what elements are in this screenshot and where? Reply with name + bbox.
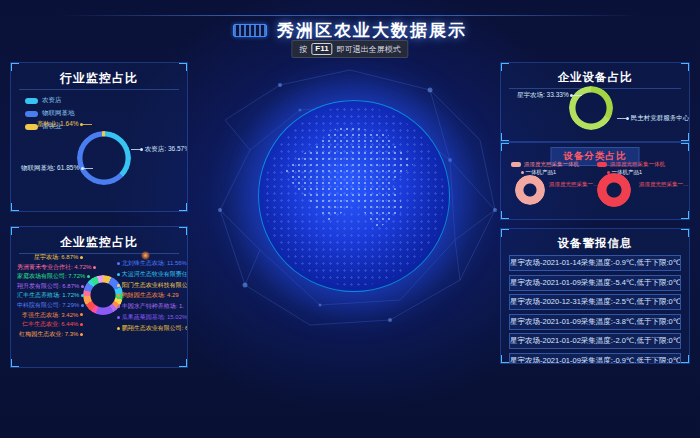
dashboard: 秀洲区农业大数据展示 按 F11 即可退出全屏模式 行业监控占比 农资店 物联网… bbox=[0, 0, 700, 438]
panel-title: 企业监控占比 bbox=[11, 227, 187, 256]
legend-label: 农资店 bbox=[42, 96, 62, 105]
panel-title: 行业监控占比 bbox=[11, 63, 187, 92]
legend-item[interactable]: 物联网基地 bbox=[25, 109, 75, 118]
alarm-row: 星宇农场-2020-12-31采集温度:-2.5℃,低于下限:0℃ bbox=[509, 294, 681, 310]
chart-label-right: 民主村党群服务中心: bbox=[617, 115, 690, 122]
chart-label-store: 农资店: 36.57% bbox=[131, 146, 188, 153]
alarm-row: 星宇农场-2021-01-09采集温度:-3.8℃,低于下限:0℃ bbox=[509, 314, 681, 330]
title-underline bbox=[19, 89, 179, 90]
chart-label: 北刘锋生态农场: 11.56% bbox=[117, 260, 188, 266]
fullscreen-hint: 按 F11 即可退出全屏模式 bbox=[291, 40, 408, 58]
chart-label: 鸭姐园生态农场: 4.29 bbox=[117, 292, 188, 298]
chart-label: 大运河生态牧业有限责任公 bbox=[117, 271, 188, 277]
legend-swatch bbox=[25, 98, 38, 104]
enterprise-right-labels: 北刘锋生态农场: 11.56% 大运河生态牧业有限责任公 阳门生态农业科技有限公… bbox=[117, 260, 188, 336]
chart-label: 翔升发有限公司: 6.87% bbox=[17, 283, 83, 289]
header-divider bbox=[60, 15, 640, 16]
globe[interactable] bbox=[258, 100, 450, 292]
chart-label: 汇丰生态养殖场: 1.72% bbox=[17, 292, 83, 298]
panel-title: 设备警报信息 bbox=[501, 229, 689, 256]
alarm-row: 星宇农场-2021-01-09采集温度:-5.4℃,低于下限:0℃ bbox=[509, 275, 681, 291]
legend-swatch bbox=[511, 162, 521, 167]
legend-label: 温湿度光照采集一体机 bbox=[524, 161, 579, 168]
chart-label-livestock: 畜牧业: 1.64% bbox=[37, 121, 92, 128]
chart-label-iot: 物联网基地: 61.85% bbox=[21, 165, 93, 172]
legend-swatch bbox=[25, 111, 38, 117]
panel-enterprise-monitor-ratio: 企业监控占比 星宇农场: 6.87% 秀洲菁禾专业合作社: 4.72% 家庭农场… bbox=[10, 226, 188, 368]
chart-label: 鹏翔生态农业有限公司: 6.87 bbox=[117, 325, 188, 331]
chart-label: 秀洲菁禾专业合作社: 4.72% bbox=[17, 264, 83, 270]
hint-suffix: 即可退出全屏模式 bbox=[337, 44, 401, 55]
hint-prefix: 按 bbox=[299, 44, 307, 55]
alarm-row: 星宇农场-2021-01-02采集温度:-2.0℃,低于下限:0℃ bbox=[509, 333, 681, 349]
chart-label: 中科院有限公司: 7.29% bbox=[17, 302, 83, 308]
legend-label: 温湿度光照采集一体机 bbox=[610, 161, 665, 168]
header: 秀洲区农业大数据展示 bbox=[0, 19, 700, 42]
chart-annotation: 温湿度光照采集一… bbox=[549, 181, 599, 188]
legend-item[interactable]: 农资店 bbox=[25, 96, 75, 105]
glow-dot bbox=[141, 251, 150, 260]
enterprise-left-labels: 星宇农场: 6.87% 秀洲菁禾专业合作社: 4.72% 家庭农场有限公司: 7… bbox=[17, 254, 83, 340]
header-logo bbox=[233, 24, 267, 37]
industry-donut-chart[interactable] bbox=[77, 131, 131, 185]
chart-label: 家庭农场有限公司: 7.72% bbox=[17, 273, 83, 279]
alarm-row: 星宇农场-2021-01-09采集温度:-0.9℃,低于下限:0℃ bbox=[509, 353, 681, 365]
alarm-list[interactable]: 星宇农场-2021-01-14采集温度:-0.9℃,低于下限:0℃ 星宇农场-2… bbox=[501, 255, 689, 364]
alarm-row: 星宇农场-2021-01-14采集温度:-0.9℃,低于下限:0℃ bbox=[509, 255, 681, 271]
legend-item[interactable]: 温湿度光照采集一体机 bbox=[511, 161, 579, 168]
chart-annotation: 温湿度光照采集一… bbox=[639, 181, 689, 188]
legend-swatch bbox=[597, 162, 607, 167]
chart-label: 星宇农场: 6.87% bbox=[17, 254, 83, 260]
chart-label: 瓜果蔬菜园基地: 15.02% bbox=[117, 314, 188, 320]
panel-industry-ratio: 行业监控占比 农资店 物联网基地 畜牧业 畜牧业: 1.64% 农资店: 36.… bbox=[10, 62, 188, 212]
panel-device-alarms: 设备警报信息 星宇农场-2021-01-14采集温度:-0.9℃,低于下限:0℃… bbox=[500, 228, 690, 364]
panel-equipment-ratio: 企业设备占比 星宇农场: 33.33% 民主村党群服务中心: bbox=[500, 62, 690, 142]
category-donut-chart-2[interactable] bbox=[597, 173, 631, 207]
f11-keycap: F11 bbox=[311, 43, 332, 55]
chart-label: 丰园水产特种养殖场: 1. bbox=[117, 303, 188, 309]
chart-label-left: 星宇农场: 33.33% bbox=[517, 92, 582, 99]
chart-label: 红梅园生态农业: 7.3% bbox=[17, 331, 83, 337]
panel-device-category-ratio: 设备分类占比 温湿度光照采集一体机 一体机产品1 温湿度光照采集一… 温湿度光照… bbox=[500, 142, 690, 220]
page-title: 秀洲区农业大数据展示 bbox=[277, 19, 467, 42]
chart-label: 李强生态农场: 3.42% bbox=[17, 312, 83, 318]
category-donut-chart-1[interactable] bbox=[515, 175, 545, 205]
chart-label: 阳门生态农业科技有限公 bbox=[117, 282, 188, 288]
legend-label: 物联网基地 bbox=[42, 109, 75, 118]
legend-item[interactable]: 温湿度光照采集一体机 bbox=[597, 161, 665, 168]
chart-label: 仁丰生态农业: 6.44% bbox=[17, 321, 83, 327]
